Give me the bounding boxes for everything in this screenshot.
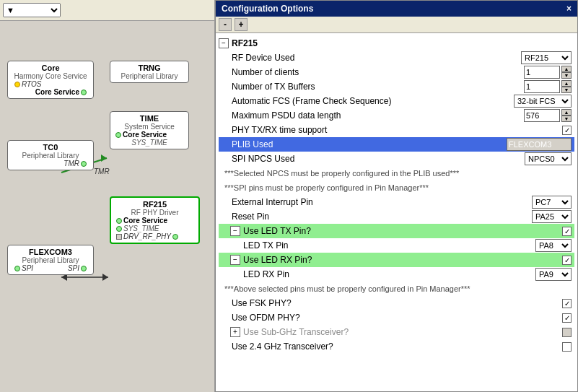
- auto-fcs-row: Automatic FCS (Frame Check Sequence) 32-…: [219, 94, 574, 108]
- use-ofdm-row: Use OFDM PHY? ✓: [219, 310, 574, 325]
- core-component: Core Harmony Core Service RTOS Core Serv…: [7, 61, 94, 99]
- led-rx-expand-btn[interactable]: −: [230, 255, 240, 265]
- spi-npcs-value: NPCS0: [525, 152, 572, 165]
- flexcom3-component: FLEXCOM3 Peripheral Library SPI SPI: [7, 245, 94, 275]
- device-used-label: RF Device Used: [230, 53, 521, 63]
- use-led-tx-checkbox[interactable]: ✓: [562, 227, 572, 236]
- expand-button[interactable]: +: [235, 18, 248, 31]
- use-led-rx-value: ✓: [562, 256, 572, 265]
- ext-int-select[interactable]: PC7: [532, 196, 572, 209]
- use-led-rx-row: − Use LED RX Pin? ✓: [219, 253, 574, 267]
- spi-npcs-select[interactable]: NPCS0: [525, 152, 572, 165]
- plib-used-input[interactable]: [507, 138, 572, 151]
- max-psdu-input[interactable]: [524, 109, 560, 122]
- use-fsk-label: Use FSK PHY?: [230, 298, 562, 308]
- config-toolbar: - +: [216, 17, 577, 33]
- num-clients-input[interactable]: [524, 66, 560, 79]
- max-psdu-value: ▲ ▼: [524, 109, 572, 122]
- config-content: − RF215 RF Device Used RF215 Number of c…: [216, 33, 577, 391]
- max-psdu-up[interactable]: ▲: [561, 109, 572, 116]
- use-led-rx-checkbox[interactable]: ✓: [562, 256, 572, 265]
- auto-fcs-value: 32-bit FCS: [514, 95, 572, 108]
- flexcom3-spi-right-label: SPI: [68, 264, 79, 272]
- rf215-title: RF215: [115, 200, 195, 209]
- flexcom3-spi-left-dot: [14, 266, 20, 271]
- config-title: Configuration Options: [222, 4, 313, 14]
- num-clients-row: Number of clients ▲ ▼: [219, 65, 574, 79]
- reset-pin-select[interactable]: PA25: [532, 210, 572, 223]
- time-service-dot: [115, 132, 121, 138]
- time-systime-label: SYS_TIME: [114, 139, 185, 147]
- note-pins-row: ***Above selected pins must be properly …: [219, 282, 574, 296]
- auto-fcs-select[interactable]: 32-bit FCS: [514, 95, 572, 108]
- core-service-dot: [81, 90, 87, 95]
- max-psdu-row: Maximum PSDU data length ▲ ▼: [219, 108, 574, 123]
- flexcom3-spi-left-label: SPI: [22, 264, 33, 272]
- reset-pin-row: Reset Pin PA25: [219, 209, 574, 224]
- tco-component: TC0 Peripheral Library TMR: [7, 140, 94, 170]
- num-tx-down[interactable]: ▼: [561, 87, 572, 93]
- led-rx-pin-value: PA9: [535, 268, 572, 281]
- rf215-collapse-btn[interactable]: −: [219, 38, 229, 48]
- reset-pin-value: PA25: [532, 210, 572, 223]
- plib-used-label: PLIB Used: [230, 139, 507, 149]
- led-tx-pin-value: PA8: [535, 239, 572, 252]
- max-psdu-down[interactable]: ▼: [561, 116, 572, 122]
- device-used-select[interactable]: RF215: [521, 51, 572, 64]
- use-24ghz-checkbox[interactable]: [562, 342, 572, 352]
- num-clients-down[interactable]: ▼: [561, 72, 572, 79]
- right-panel: Configuration Options × - + − RF215 RF D…: [215, 0, 578, 392]
- use-24ghz-row: Use 2.4 GHz Transceiver?: [219, 339, 574, 354]
- led-rx-pin-select[interactable]: PA9: [535, 268, 572, 281]
- note-npcs-text: ***Selected NPCS must be properly config…: [219, 169, 459, 178]
- use-led-rx-label: Use LED RX Pin?: [242, 255, 562, 265]
- auto-fcs-label: Automatic FCS (Frame Check Sequence): [230, 96, 514, 106]
- num-tx-input[interactable]: [524, 80, 560, 93]
- tmr-connection-label: TMR: [94, 167, 110, 175]
- rf215-systime-label: SYS_TIME: [123, 225, 159, 232]
- device-used-value: RF215: [521, 51, 572, 64]
- use-ofdm-checkbox[interactable]: ✓: [562, 313, 572, 323]
- tco-tmr-dot-right: [81, 161, 87, 167]
- num-clients-label: Number of clients: [230, 67, 524, 77]
- flexcom3-spi-right-dot: [81, 266, 87, 271]
- core-rtos-label: RTOS: [22, 80, 41, 88]
- core-title: Core: [12, 64, 89, 72]
- spi-npcs-row: SPI NPCS Used NPCS0: [219, 152, 574, 166]
- core-service-label: Core Service: [35, 88, 79, 96]
- collapse-button[interactable]: -: [219, 18, 232, 31]
- use-fsk-checkbox[interactable]: ✓: [562, 299, 572, 308]
- note-spi-row: ***SPI pins must be properly configured …: [219, 180, 574, 195]
- num-tx-row: Number of TX Buffers ▲ ▼: [219, 79, 574, 94]
- led-tx-expand-btn[interactable]: −: [230, 226, 240, 236]
- rf215-section-label: RF215: [230, 38, 574, 48]
- num-tx-up[interactable]: ▲: [561, 80, 572, 87]
- num-clients-value: ▲ ▼: [524, 66, 572, 79]
- note-spi-text: ***SPI pins must be properly configured …: [219, 183, 429, 192]
- subghz-expand-btn[interactable]: +: [230, 327, 240, 337]
- num-tx-label: Number of TX Buffers: [230, 82, 524, 92]
- time-title: TIME: [114, 114, 185, 123]
- use-led-tx-value: ✓: [562, 227, 572, 236]
- phy-txrx-checkbox[interactable]: ✓: [562, 126, 572, 135]
- phy-txrx-row: PHY TX/RX time support ✓: [219, 123, 574, 137]
- rf215-drv-label: DRV_RF_PHY: [123, 232, 171, 240]
- time-service-label: Core Service: [123, 131, 167, 139]
- use-led-tx-row: − Use LED TX Pin? ✓: [219, 224, 574, 238]
- use-subghz-checkbox[interactable]: [562, 328, 572, 337]
- use-24ghz-value: [562, 342, 572, 352]
- num-clients-up[interactable]: ▲: [561, 66, 572, 72]
- reset-pin-label: Reset Pin: [230, 212, 532, 222]
- rf215-service-label: Core Service: [123, 217, 167, 225]
- max-psdu-label: Maximum PSDU data length: [230, 110, 524, 121]
- note-npcs-row: ***Selected NPCS must be properly config…: [219, 166, 574, 180]
- led-tx-pin-select[interactable]: PA8: [535, 239, 572, 252]
- tco-tmr-label: TMR: [64, 160, 79, 167]
- flexcom3-title: FLEXCOM3: [12, 248, 89, 256]
- tco-title: TC0: [12, 143, 89, 152]
- close-icon[interactable]: ×: [566, 4, 572, 14]
- trng-subtitle: Peripheral Library: [114, 72, 185, 80]
- use-fsk-row: Use FSK PHY? ✓: [219, 296, 574, 310]
- dropdown-bar: ▼: [0, 0, 214, 21]
- dropdown-select[interactable]: ▼: [3, 3, 61, 17]
